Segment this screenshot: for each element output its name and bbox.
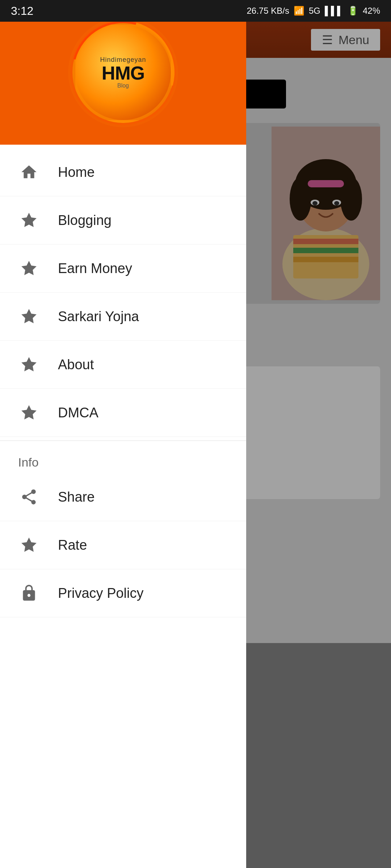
navigation-drawer: Hindimegeyan HMG Blog Home Blogging [0, 0, 246, 868]
network-type: 5G [309, 6, 320, 16]
signal-icon: ▌▌▌ [325, 6, 343, 16]
rate-star-icon [18, 534, 40, 556]
sarkari-yojna-star-icon [18, 306, 40, 327]
wifi-icon: 📶 [294, 6, 304, 16]
menu-label-dmca: DMCA [58, 405, 98, 421]
menu-label-privacy-policy: Privacy Policy [58, 586, 144, 601]
about-star-icon [18, 354, 40, 375]
share-icon [18, 486, 40, 508]
menu-item-share[interactable]: Share [0, 473, 246, 521]
menu-item-privacy-policy[interactable]: Privacy Policy [0, 569, 246, 617]
status-right: 26.75 KB/s 📶 5G ▌▌▌ 🔋 42% [247, 6, 381, 16]
network-speed: 26.75 KB/s [247, 6, 289, 16]
info-section-title: Info [0, 444, 246, 473]
section-divider [0, 441, 246, 441]
blogging-star-icon [18, 209, 40, 231]
earn-money-star-icon [18, 258, 40, 279]
logo-swirl [53, 2, 193, 142]
logo-circle: Hindimegeyan HMG Blog [72, 22, 174, 123]
menu-item-dmca[interactable]: DMCA [0, 389, 246, 437]
menu-item-earn-money[interactable]: Earn Money [0, 244, 246, 293]
status-time: 3:12 [11, 4, 33, 18]
menu-item-about[interactable]: About [0, 341, 246, 389]
menu-item-blogging[interactable]: Blogging [0, 196, 246, 244]
battery-percent: 42% [363, 6, 380, 16]
menu-item-rate[interactable]: Rate [0, 521, 246, 569]
menu-label-about: About [58, 357, 94, 373]
home-icon [18, 161, 40, 183]
menu-label-sarkari-yojna: Sarkari Yojna [58, 309, 139, 324]
dmca-star-icon [18, 402, 40, 424]
drawer-header: Hindimegeyan HMG Blog [0, 0, 246, 145]
menu-label-rate: Rate [58, 537, 87, 553]
menu-label-blogging: Blogging [58, 213, 112, 228]
status-bar: 3:12 26.75 KB/s 📶 5G ▌▌▌ 🔋 42% [0, 0, 391, 22]
menu-item-home[interactable]: Home [0, 148, 246, 196]
menu-label-share: Share [58, 489, 94, 505]
menu-label-home: Home [58, 165, 94, 180]
battery-indicator: 🔋 [348, 6, 358, 16]
lock-icon [18, 582, 40, 604]
drawer-menu: Home Blogging Earn Money [0, 145, 246, 868]
menu-item-sarkari-yojna[interactable]: Sarkari Yojna [0, 293, 246, 341]
menu-label-earn-money: Earn Money [58, 261, 132, 276]
